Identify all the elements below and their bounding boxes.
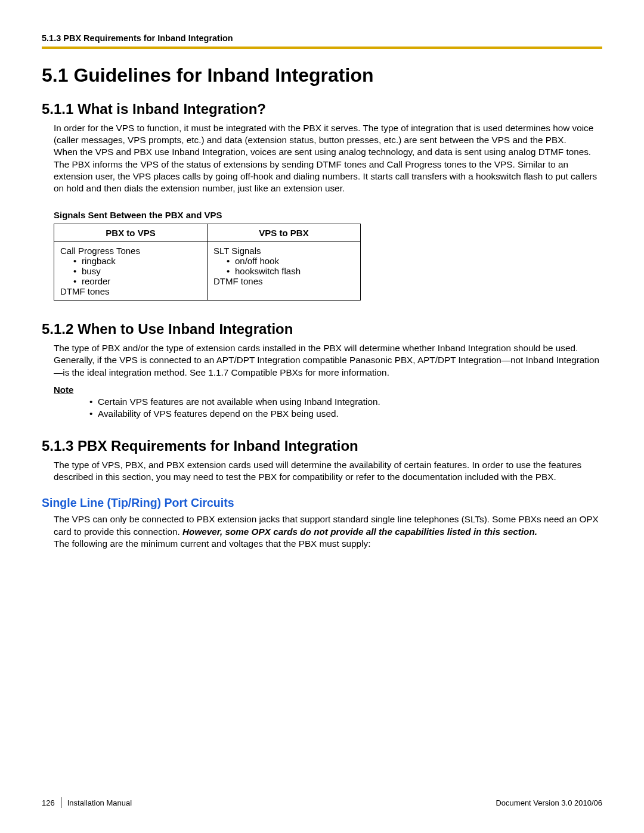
table-header-pbx-to-vps: PBX to VPS xyxy=(54,224,208,242)
para-511-1: In order for the VPS to function, it mus… xyxy=(54,122,602,146)
doc-version: Document Version 3.0 2010/06 xyxy=(496,798,602,807)
heading-511: 5.1.1 What is Inband Integration? xyxy=(42,101,602,117)
list-item: busy xyxy=(73,266,201,276)
page-footer: 126 Installation Manual Document Version… xyxy=(42,797,602,808)
page: 5.1.3 PBX Requirements for Inband Integr… xyxy=(0,0,644,833)
emphasis: However, some OPX cards do not provide a… xyxy=(182,527,537,537)
para-511-3: The PBX informs the VPS of the status of… xyxy=(54,159,602,195)
header-rule xyxy=(42,47,602,49)
list-item: on/off hook xyxy=(227,256,354,266)
running-header: 5.1.3 PBX Requirements for Inband Integr… xyxy=(42,33,602,43)
note-label: Note xyxy=(54,385,602,395)
page-number: 126 xyxy=(42,798,55,807)
heading-513: 5.1.3 PBX Requirements for Inband Integr… xyxy=(42,438,602,454)
heading-512: 5.1.2 When to Use Inband Integration xyxy=(42,321,602,337)
list-item: hookswitch flash xyxy=(227,266,354,276)
table-cell-left: Call Progress Tones ringback busy reorde… xyxy=(54,242,208,301)
footer-divider xyxy=(61,797,61,808)
para-single-line-1: The VPS can only be connected to PBX ext… xyxy=(54,513,602,537)
heading-section: 5.1 Guidelines for Inband Integration xyxy=(42,64,602,86)
para-511-2: When the VPS and PBX use Inband Integrat… xyxy=(54,146,602,158)
cell-list: ringback busy reorder xyxy=(60,256,201,286)
cell-text: Call Progress Tones xyxy=(60,246,201,256)
para-single-line-2: The following are the minimum current an… xyxy=(54,538,602,550)
cell-text: DTMF tones xyxy=(213,276,354,286)
list-item: reorder xyxy=(73,276,201,286)
table-cell-right: SLT Signals on/off hook hookswitch flash… xyxy=(208,242,361,301)
note-list: Certain VPS features are not available w… xyxy=(42,396,602,420)
list-item: Availability of VPS features depend on t… xyxy=(89,408,602,420)
para-512: The type of PBX and/or the type of exten… xyxy=(54,342,602,379)
cell-text: DTMF tones xyxy=(60,286,201,296)
para-513: The type of VPS, PBX, and PBX extension … xyxy=(54,459,602,483)
list-item: ringback xyxy=(73,256,201,266)
cell-text: SLT Signals xyxy=(213,246,354,256)
heading-single-line: Single Line (Tip/Ring) Port Circuits xyxy=(42,496,602,510)
list-item: Certain VPS features are not available w… xyxy=(89,396,602,408)
table-header-vps-to-pbx: VPS to PBX xyxy=(208,224,361,242)
signals-table: PBX to VPS VPS to PBX Call Progress Tone… xyxy=(54,224,361,301)
signals-subhead: Signals Sent Between the PBX and VPS xyxy=(54,210,602,220)
cell-list: on/off hook hookswitch flash xyxy=(213,256,354,276)
doc-title: Installation Manual xyxy=(67,798,132,807)
